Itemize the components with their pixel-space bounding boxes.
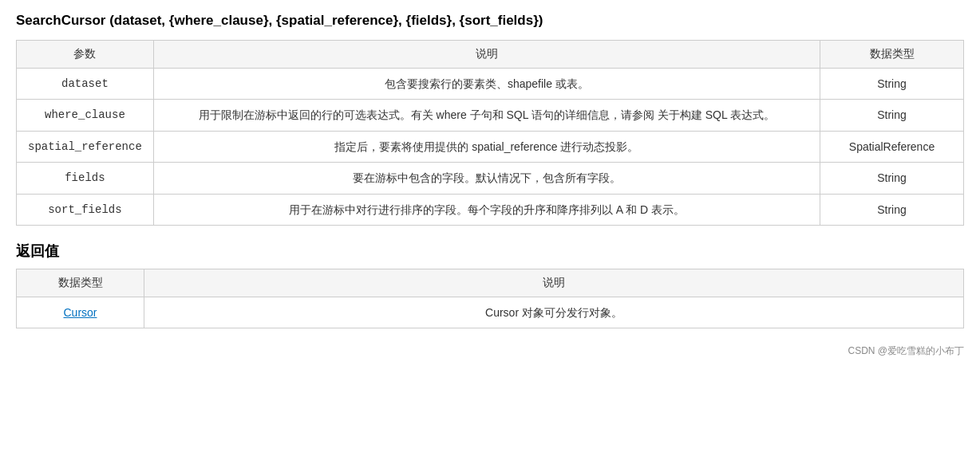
watermark: CSDN @爱吃雪糕的小布丁	[16, 344, 964, 358]
param-type-cell: String	[820, 163, 964, 194]
param-type-cell: String	[820, 100, 964, 131]
param-desc-cell: 用于在游标中对行进行排序的字段。每个字段的升序和降序排列以 A 和 D 表示。	[153, 194, 820, 225]
param-type-cell: String	[820, 69, 964, 100]
param-type-cell: SpatialReference	[820, 131, 964, 162]
param-name-cell: dataset	[17, 69, 154, 100]
params-table-row: spatial_reference指定后，要素将使用提供的 spatial_re…	[17, 131, 964, 162]
param-desc-cell: 指定后，要素将使用提供的 spatial_reference 进行动态投影。	[153, 131, 820, 162]
param-name-cell: sort_fields	[17, 194, 154, 225]
param-desc-cell: 要在游标中包含的字段。默认情况下，包含所有字段。	[153, 163, 820, 194]
return-type-cell: Cursor	[17, 297, 144, 328]
param-name-cell: where_clause	[17, 100, 154, 131]
cursor-link[interactable]: Cursor	[63, 306, 97, 319]
return-col-desc: 说明	[144, 269, 964, 297]
page-container: SearchCursor (dataset, {where_clause}, {…	[16, 13, 964, 358]
param-type-cell: String	[820, 194, 964, 225]
params-table-row: where_clause用于限制在游标中返回的行的可选表达式。有关 where …	[17, 100, 964, 131]
params-table-row: fields要在游标中包含的字段。默认情况下，包含所有字段。String	[17, 163, 964, 194]
col-header-param: 参数	[17, 41, 154, 69]
param-name-cell: spatial_reference	[17, 131, 154, 162]
return-desc-cell: Cursor 对象可分发行对象。	[144, 297, 964, 328]
param-name-cell: fields	[17, 163, 154, 194]
page-title: SearchCursor (dataset, {where_clause}, {…	[16, 13, 964, 29]
col-header-desc: 说明	[153, 41, 820, 69]
col-header-type: 数据类型	[820, 41, 964, 69]
params-table: 参数 说明 数据类型 dataset包含要搜索行的要素类、shapefile 或…	[16, 40, 964, 226]
params-table-row: dataset包含要搜索行的要素类、shapefile 或表。String	[17, 69, 964, 100]
return-table: 数据类型 说明 CursorCursor 对象可分发行对象。	[16, 269, 964, 328]
return-section-title: 返回值	[16, 242, 964, 261]
params-table-row: sort_fields用于在游标中对行进行排序的字段。每个字段的升序和降序排列以…	[17, 194, 964, 225]
param-desc-cell: 用于限制在游标中返回的行的可选表达式。有关 where 子句和 SQL 语句的详…	[153, 100, 820, 131]
return-col-type: 数据类型	[17, 269, 144, 297]
param-desc-cell: 包含要搜索行的要素类、shapefile 或表。	[153, 69, 820, 100]
return-table-row: CursorCursor 对象可分发行对象。	[17, 297, 964, 328]
